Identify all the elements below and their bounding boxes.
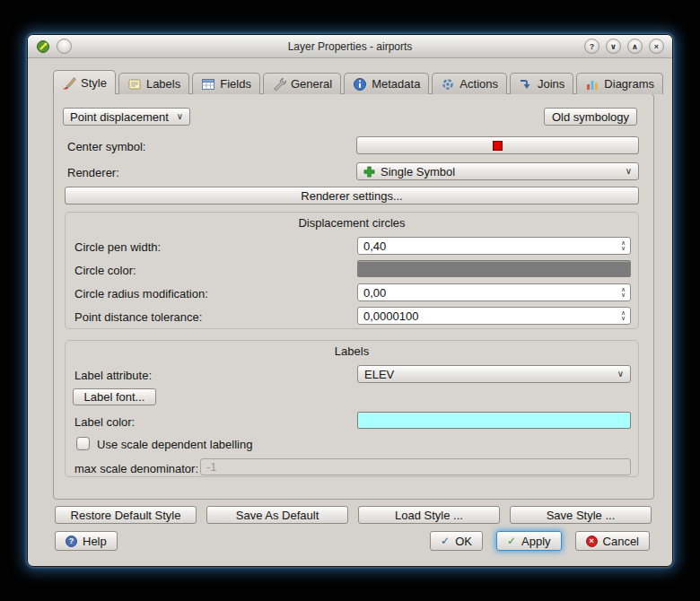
tab-labels[interactable]: Labels: [118, 73, 189, 94]
cancel-icon: ×: [586, 536, 598, 547]
tab-actions[interactable]: Actions: [432, 73, 507, 94]
point-distance-label: Point distance tolerance:: [74, 310, 202, 324]
tab-bar: Style Labels Fields General Metadata Act…: [53, 70, 666, 94]
chevron-down-icon: ∨: [610, 42, 617, 51]
tab-label: Metadata: [372, 77, 420, 91]
window-minimize-button[interactable]: ∨: [606, 39, 621, 54]
tab-general[interactable]: General: [263, 73, 341, 94]
join-arrow-icon: [519, 77, 533, 91]
renderer-type-value: Point displacement: [70, 110, 169, 124]
chevron-down-icon: ∨: [617, 369, 624, 379]
center-symbol-button[interactable]: [356, 136, 639, 154]
chevron-up-icon: ∧: [632, 42, 638, 51]
tab-label: Style: [81, 76, 107, 90]
circle-color-button[interactable]: [357, 260, 631, 277]
renderer-value: Single Symbol: [381, 165, 455, 179]
titlebar[interactable]: Layer Properties - airports ? ∨ ∧ ×: [28, 35, 672, 58]
save-as-default-button[interactable]: Save As Default: [206, 506, 348, 524]
tab-label: Joins: [538, 77, 564, 91]
group-title: Displacement circles: [66, 216, 638, 230]
old-symbology-button[interactable]: Old symbology: [544, 108, 637, 126]
save-style-button[interactable]: Save Style ...: [510, 506, 652, 524]
window-maximize-button[interactable]: ∧: [627, 39, 643, 54]
tab-label: Labels: [146, 77, 180, 91]
check-icon: ✓: [441, 535, 450, 547]
displacement-circles-group: Displacement circles Circle pen width: 0…: [65, 212, 639, 329]
spinner-arrows-icon[interactable]: ∧∨: [621, 238, 626, 254]
spinner-arrows-icon[interactable]: ∧∨: [621, 284, 626, 300]
qgis-app-icon: [36, 39, 50, 54]
circle-radius-label: Circle radius modification:: [74, 287, 208, 300]
tab-label: General: [291, 77, 332, 91]
scale-dependent-label: Use scale dependent labelling: [97, 438, 252, 451]
info-icon: [353, 77, 367, 91]
close-icon: ×: [654, 42, 659, 51]
max-scale-input[interactable]: -1: [200, 458, 631, 475]
renderer-combo[interactable]: Single Symbol ∨: [356, 162, 639, 180]
center-symbol-swatch: [493, 141, 503, 151]
renderer-type-combo[interactable]: Point displacement ∨: [63, 108, 190, 126]
max-scale-label: max scale denominator:: [74, 462, 198, 475]
ok-button[interactable]: ✓ OK: [430, 531, 483, 551]
label-color-button[interactable]: [357, 412, 631, 429]
dialog-buttons: ✓ OK ✓ Apply × Cancel: [430, 531, 650, 551]
table-icon: [201, 77, 215, 91]
circle-pen-width-spinbox[interactable]: 0,40 ∧∨: [357, 237, 631, 255]
restore-default-style-button[interactable]: Restore Default Style: [55, 506, 197, 524]
labels-group: Labels Label attribute: ELEV ∨ Label fon…: [65, 340, 639, 477]
tab-style[interactable]: Style: [53, 70, 116, 94]
tab-diagrams[interactable]: Diagrams: [576, 73, 663, 94]
center-symbol-label: Center symbol:: [67, 140, 145, 153]
style-buttons-row: Restore Default Style Save As Default Lo…: [55, 506, 652, 524]
window-help-button[interactable]: ?: [584, 39, 599, 54]
circle-color-label: Circle color:: [74, 264, 136, 277]
style-tab-panel: Point displacement ∨ Old symbology Cente…: [53, 93, 654, 500]
tab-label: Actions: [459, 77, 498, 91]
scale-dependent-checkbox[interactable]: [76, 437, 90, 450]
label-attribute-combo[interactable]: ELEV ∨: [357, 365, 631, 383]
tab-metadata[interactable]: Metadata: [344, 73, 429, 94]
chevron-down-icon: ∨: [177, 111, 183, 121]
tab-joins[interactable]: Joins: [510, 73, 573, 94]
group-title: Labels: [66, 344, 638, 358]
tab-label: Diagrams: [604, 77, 654, 91]
question-icon: ?: [590, 42, 595, 51]
wrench-icon: [272, 77, 286, 91]
label-attribute-label: Label attribute:: [74, 369, 152, 382]
label-attribute-value: ELEV: [364, 368, 394, 381]
check-icon: ✓: [507, 535, 516, 547]
window-title: Layer Properties - airports: [28, 40, 672, 53]
circle-radius-spinbox[interactable]: 0,00 ∧∨: [357, 283, 631, 301]
renderer-settings-button[interactable]: Renderer settings...: [65, 187, 639, 205]
spinner-arrows-icon[interactable]: ∧∨: [621, 308, 626, 324]
label-color-label: Label color:: [74, 415, 135, 429]
help-icon: ?: [66, 536, 77, 547]
paintbrush-icon: [62, 75, 76, 90]
note-icon: [127, 77, 142, 91]
renderer-label: Renderer:: [67, 166, 119, 179]
cancel-button[interactable]: × Cancel: [575, 531, 650, 551]
window-menu-button[interactable]: [57, 39, 72, 54]
gear-icon: [441, 77, 455, 91]
apply-button[interactable]: ✓ Apply: [496, 531, 562, 551]
bar-chart-icon: [585, 77, 599, 91]
tab-fields[interactable]: Fields: [192, 73, 260, 94]
single-symbol-icon: [363, 166, 375, 178]
tab-label: Fields: [220, 77, 251, 91]
window-close-button[interactable]: ×: [649, 39, 664, 54]
label-font-button[interactable]: Label font...: [73, 388, 156, 405]
circle-pen-width-label: Circle pen width:: [74, 240, 161, 254]
chevron-down-icon: ∨: [626, 166, 632, 176]
desktop-background: Layer Properties - airports ? ∨ ∧ × Styl…: [0, 0, 700, 601]
load-style-button[interactable]: Load Style ...: [358, 506, 500, 524]
point-distance-spinbox[interactable]: 0,0000100 ∧∨: [357, 307, 631, 325]
layer-properties-window: Layer Properties - airports ? ∨ ∧ × Styl…: [27, 34, 673, 567]
help-button[interactable]: ? Help: [55, 531, 118, 551]
